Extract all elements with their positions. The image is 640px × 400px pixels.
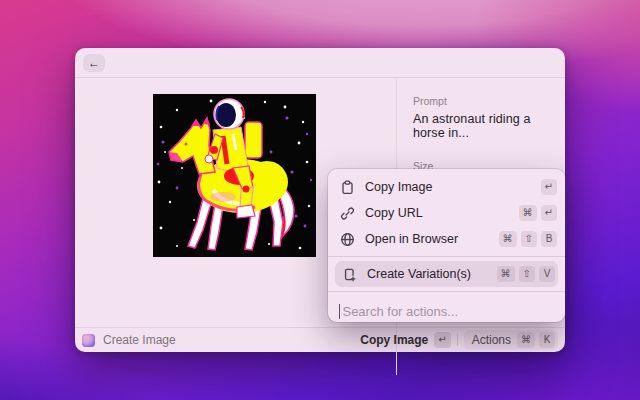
- menu-item-label: Copy URL: [365, 206, 423, 220]
- menu-divider: [328, 256, 565, 257]
- b-key-badge: B: [541, 231, 557, 247]
- actions-menu-panel: Copy Image ↵ Copy URL ⌘ ↵ Open in Browse…: [328, 169, 565, 322]
- actions-search-row: [328, 296, 565, 326]
- menu-item-create-variations[interactable]: Create Variation(s) ⌘ ⇧ V: [335, 261, 558, 287]
- v-key-badge: V: [539, 266, 555, 282]
- return-key-badge: ↵: [434, 332, 450, 348]
- menu-item-label: Open in Browser: [365, 232, 458, 246]
- primary-action-button[interactable]: Copy Image: [360, 333, 428, 347]
- return-key-badge: ↵: [541, 179, 557, 195]
- generated-image-astronaut-horse: [153, 94, 316, 257]
- back-button[interactable]: ←: [83, 54, 105, 72]
- menu-item-label: Create Variation(s): [367, 267, 471, 281]
- cmd-key-badge: ⌘: [519, 205, 537, 221]
- actions-button[interactable]: Actions ⌘ K: [464, 330, 558, 350]
- shift-key-badge: ⇧: [519, 266, 535, 282]
- menu-item-copy-url[interactable]: Copy URL ⌘ ↵: [328, 200, 565, 226]
- cmd-key-badge: ⌘: [517, 332, 535, 348]
- clipboard-icon: [340, 180, 355, 195]
- actions-label: Actions: [472, 333, 511, 347]
- menu-divider: [328, 291, 565, 292]
- prompt-label: Prompt: [413, 95, 555, 107]
- window-header: ←: [75, 48, 565, 78]
- cmd-key-badge: ⌘: [497, 266, 515, 282]
- link-icon: [340, 206, 355, 221]
- return-key-badge: ↵: [541, 205, 557, 221]
- back-arrow-icon: ←: [88, 56, 100, 70]
- prompt-value: An astronaut riding a horse in...: [413, 112, 555, 140]
- menu-item-label: Copy Image: [365, 180, 432, 194]
- menu-item-open-in-browser[interactable]: Open in Browser ⌘ ⇧ B: [328, 226, 565, 252]
- menu-item-copy-image[interactable]: Copy Image ↵: [328, 174, 565, 200]
- statusbar-divider: [457, 334, 458, 346]
- dalle-extension-icon: [82, 334, 95, 347]
- desktop-wallpaper: ←: [0, 0, 640, 400]
- status-bar: Create Image Copy Image ↵ Actions ⌘ K: [75, 327, 565, 352]
- cmd-key-badge: ⌘: [499, 231, 517, 247]
- shift-key-badge: ⇧: [521, 231, 537, 247]
- duplicate-plus-icon: [342, 267, 357, 282]
- text-cursor: [339, 304, 340, 319]
- command-name-label: Create Image: [103, 333, 176, 347]
- actions-search-input[interactable]: [342, 304, 554, 319]
- globe-icon: [340, 232, 355, 247]
- k-key-badge: K: [539, 332, 555, 348]
